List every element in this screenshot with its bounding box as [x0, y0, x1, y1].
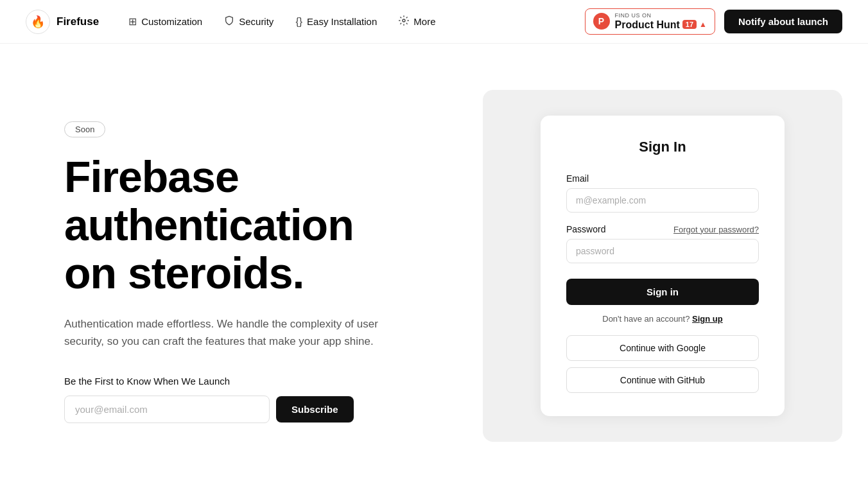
no-account-text: Don't have an account? Sign up: [566, 314, 759, 324]
signin-title: Sign In: [566, 139, 759, 155]
password-group: Password Forgot your password?: [566, 224, 759, 263]
ph-name: Product Hunt: [615, 19, 680, 31]
google-signin-button[interactable]: Continue with Google: [566, 335, 759, 361]
more-icon: [399, 15, 409, 28]
product-hunt-badge[interactable]: P FIND US ON Product Hunt 17 ▲: [585, 8, 715, 35]
email-label: Email: [566, 173, 589, 184]
email-input[interactable]: [566, 188, 759, 213]
subscribe-row: Subscribe: [64, 396, 444, 423]
email-group: Email: [566, 173, 759, 213]
password-input[interactable]: [566, 239, 759, 263]
soon-badge: Soon: [64, 121, 105, 137]
signin-panel: Sign In Email Password Forgot your passw…: [483, 90, 842, 442]
nav-link-security-label: Security: [239, 16, 273, 27]
ph-arrow-icon: ▲: [699, 21, 707, 29]
easy-installation-icon: {}: [295, 16, 302, 28]
nav-right: P FIND US ON Product Hunt 17 ▲ Notify ab…: [585, 8, 842, 35]
nav-link-more[interactable]: More: [390, 10, 444, 33]
signin-button[interactable]: Sign in: [566, 279, 759, 305]
signup-link[interactable]: Sign up: [692, 314, 723, 324]
subscribe-input[interactable]: [64, 396, 270, 423]
navbar: 🔥 Firefuse ⊞ Customization Security {} E…: [0, 0, 868, 44]
brand-logo[interactable]: 🔥 Firefuse: [26, 10, 99, 34]
nav-links: ⊞ Customization Security {} Easy Install…: [119, 10, 564, 33]
notify-button[interactable]: Notify about launch: [724, 10, 842, 33]
nav-link-customization[interactable]: ⊞ Customization: [119, 10, 211, 33]
ph-text-block: FIND US ON Product Hunt 17 ▲: [615, 13, 707, 30]
main-content: Soon Firebase authentication on steroids…: [0, 44, 868, 488]
ph-find-us: FIND US ON: [615, 13, 707, 19]
email-label-row: Email: [566, 173, 759, 184]
security-icon: [224, 15, 234, 28]
ph-count: 17: [682, 20, 697, 29]
nav-link-customization-label: Customization: [141, 16, 202, 27]
ph-logo: P: [593, 13, 610, 30]
logo-icon: 🔥: [26, 10, 50, 34]
ph-name-row: Product Hunt 17 ▲: [615, 19, 707, 31]
customization-icon: ⊞: [128, 15, 137, 28]
signin-card: Sign In Email Password Forgot your passw…: [541, 116, 785, 416]
launch-label: Be the First to Know When We Launch: [64, 376, 444, 387]
subscribe-button[interactable]: Subscribe: [276, 396, 354, 423]
hero-title: Firebase authentication on steroids.: [64, 153, 444, 297]
password-label: Password: [566, 224, 605, 234]
password-label-row: Password Forgot your password?: [566, 224, 759, 234]
hero-subtitle: Authentication made effortless. We handl…: [64, 315, 398, 350]
nav-link-easy-installation-label: Easy Installation: [307, 16, 377, 27]
nav-link-security[interactable]: Security: [215, 10, 282, 33]
nav-link-more-label: More: [413, 16, 435, 27]
hero-section: Soon Firebase authentication on steroids…: [64, 109, 444, 423]
svg-point-0: [403, 19, 405, 22]
nav-link-easy-installation[interactable]: {} Easy Installation: [286, 11, 386, 33]
forgot-password-link[interactable]: Forgot your password?: [673, 225, 759, 234]
github-signin-button[interactable]: Continue with GitHub: [566, 367, 759, 393]
brand-name: Firefuse: [56, 15, 99, 28]
